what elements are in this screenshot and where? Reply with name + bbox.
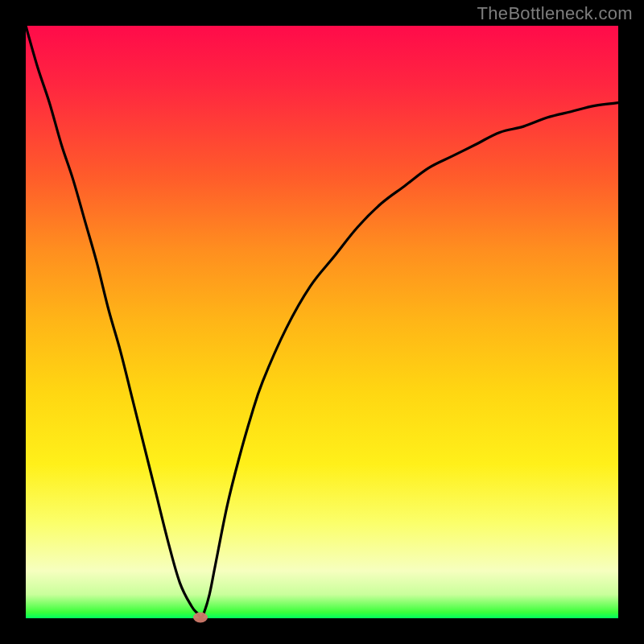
optimum-marker — [193, 613, 208, 623]
bottleneck-curve — [26, 26, 618, 617]
attribution-label: TheBottleneck.com — [477, 3, 633, 24]
plot-area — [26, 26, 618, 618]
curve-svg — [26, 26, 618, 618]
chart-frame: TheBottleneck.com — [0, 0, 644, 644]
